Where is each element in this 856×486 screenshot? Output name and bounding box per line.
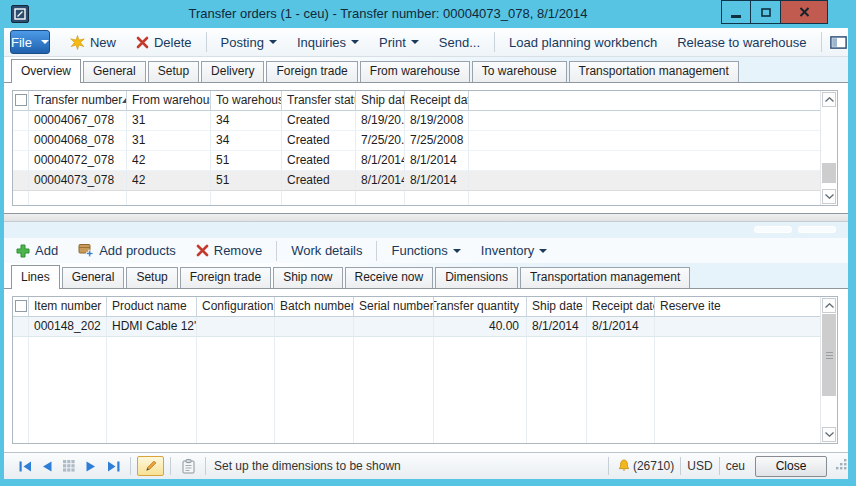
edit-record-toggle[interactable] xyxy=(137,456,164,476)
tab-to-warehouse[interactable]: To warehouse xyxy=(472,61,567,82)
splitter-handle[interactable] xyxy=(754,226,792,233)
notifications-button[interactable] xyxy=(615,456,633,476)
maximize-icon xyxy=(761,8,771,17)
column-header-receipt-date[interactable]: Receipt date xyxy=(405,91,469,111)
scroll-down-button[interactable] xyxy=(822,189,836,204)
column-header-configuration[interactable]: Configuration xyxy=(197,297,275,317)
delete-button[interactable]: Delete xyxy=(126,30,202,54)
column-header-transfer-status[interactable]: Transfer status xyxy=(282,91,356,111)
section-gap xyxy=(4,222,848,238)
scroll-up-button[interactable] xyxy=(822,92,836,107)
resize-grip[interactable] xyxy=(836,459,847,473)
column-header-from-warehouse[interactable]: From warehouse xyxy=(127,91,211,111)
column-header-ship-date[interactable]: Ship date xyxy=(356,91,405,111)
delete-label: Delete xyxy=(154,35,192,50)
lines-tab-dimensions[interactable]: Dimensions xyxy=(435,267,518,288)
splitter-handle[interactable] xyxy=(798,226,836,233)
lines-grid-scrollbar[interactable] xyxy=(820,297,837,443)
horizontal-splitter[interactable] xyxy=(4,213,848,222)
column-header-transfer-number[interactable]: Transfer number xyxy=(29,91,127,111)
tab-general[interactable]: General xyxy=(83,61,146,82)
tab-setup[interactable]: Setup xyxy=(148,61,199,82)
inquiries-menu[interactable]: Inquiries xyxy=(287,30,369,54)
add-products-icon xyxy=(78,243,94,258)
tab-from-warehouse[interactable]: From warehouse xyxy=(360,61,470,82)
grid-view-button[interactable] xyxy=(58,456,80,476)
tab-delivery[interactable]: Delivery xyxy=(201,61,264,82)
clipboard-icon xyxy=(182,459,195,474)
table-row[interactable]: 00004067_078 31 34 Created 8/19/20... 8/… xyxy=(13,111,820,131)
last-record-button[interactable] xyxy=(102,456,124,476)
table-row[interactable]: 00004068_078 31 34 Created 7/25/20... 7/… xyxy=(13,131,820,151)
file-menu-button[interactable]: File xyxy=(10,30,50,54)
release-to-warehouse-button[interactable]: Release to warehouse xyxy=(667,30,816,54)
lines-tab-receive-now[interactable]: Receive now xyxy=(345,267,434,288)
load-planning-workbench-button[interactable]: Load planning workbench xyxy=(499,30,667,54)
lines-tab-transportation-management[interactable]: Transportation management xyxy=(520,267,690,288)
lines-tab-general[interactable]: General xyxy=(62,267,125,288)
column-header-ship-date[interactable]: Ship date xyxy=(527,297,587,317)
posting-menu[interactable]: Posting xyxy=(211,30,287,54)
column-header-product-name[interactable]: Product name xyxy=(107,297,197,317)
lines-tabstrip: Lines General Setup Foreign trade Ship n… xyxy=(4,263,848,289)
lines-tab-setup[interactable]: Setup xyxy=(126,267,177,288)
column-header-filler xyxy=(469,91,820,111)
table-row-selected[interactable]: 000148_202 HDMI Cable 12' 40.00 8/1/2014… xyxy=(13,317,820,337)
statusbar-separator xyxy=(608,457,609,475)
send-button[interactable]: Send... xyxy=(429,30,490,54)
scroll-up-button[interactable] xyxy=(822,298,836,313)
first-record-button[interactable] xyxy=(14,456,36,476)
work-details-label: Work details xyxy=(291,243,362,258)
work-details-button[interactable]: Work details xyxy=(281,243,372,258)
lines-tab-ship-now[interactable]: Ship now xyxy=(273,267,342,288)
table-row-selected[interactable]: 00004073_078 42 51 Created 8/1/2014 8/1/… xyxy=(13,171,820,191)
chevron-down-icon xyxy=(351,40,359,44)
remove-line-button[interactable]: Remove xyxy=(186,243,272,258)
status-message: Set up the dimensions to be shown xyxy=(214,459,401,473)
select-all-checkbox[interactable] xyxy=(15,300,27,312)
column-header-receipt-date[interactable]: Receipt date xyxy=(587,297,655,317)
column-header-to-warehouse[interactable]: To warehouse xyxy=(211,91,282,111)
tab-transportation-management[interactable]: Transportation management xyxy=(569,61,739,82)
tab-overview[interactable]: Overview xyxy=(11,59,81,83)
tab-foreign-trade[interactable]: Foreign trade xyxy=(266,61,357,82)
add-line-button[interactable]: Add xyxy=(12,243,68,258)
currency-field[interactable]: USD xyxy=(687,459,712,473)
scroll-thumb[interactable] xyxy=(822,163,836,183)
select-all-checkbox[interactable] xyxy=(15,94,27,106)
next-record-button[interactable] xyxy=(80,456,102,476)
column-header-serial-number[interactable]: Serial number xyxy=(354,297,434,317)
table-row[interactable]: 00004072_078 42 51 Created 8/1/2014 8/1/… xyxy=(13,151,820,171)
company-field[interactable]: ceu xyxy=(726,459,745,473)
functions-label: Functions xyxy=(391,243,447,258)
scroll-down-button[interactable] xyxy=(822,427,836,442)
minimize-button[interactable] xyxy=(721,0,751,24)
orders-grid-scrollbar[interactable] xyxy=(820,91,837,205)
toggle-pane-button[interactable] xyxy=(826,32,852,52)
next-record-icon xyxy=(86,461,96,472)
column-header-transfer-quantity[interactable]: Transfer quantity xyxy=(434,297,527,317)
inventory-menu[interactable]: Inventory xyxy=(471,243,557,258)
close-button[interactable]: Close xyxy=(755,456,827,477)
overview-tab-page: Transfer number From warehouse To wareho… xyxy=(4,83,848,213)
lines-tab-foreign-trade[interactable]: Foreign trade xyxy=(180,267,271,288)
statusbar-separator xyxy=(719,457,720,475)
print-menu[interactable]: Print xyxy=(369,30,429,54)
previous-record-button[interactable] xyxy=(36,456,58,476)
paste-record-button[interactable] xyxy=(177,456,199,476)
toolbar-separator xyxy=(376,241,377,261)
notification-count[interactable]: (26710) xyxy=(633,459,674,473)
posting-label: Posting xyxy=(221,35,264,50)
column-header-reserve-items[interactable]: Reserve ite xyxy=(655,297,820,317)
column-header-item-number[interactable]: Item number xyxy=(29,297,107,317)
titlebar: Transfer orders (1 - ceu) - Transfer num… xyxy=(0,0,856,28)
add-label: Add xyxy=(35,243,58,258)
close-window-button[interactable] xyxy=(781,0,828,24)
new-button[interactable]: New xyxy=(60,30,126,54)
functions-menu[interactable]: Functions xyxy=(381,243,470,258)
scroll-thumb[interactable] xyxy=(822,314,836,396)
column-header-batch-number[interactable]: Batch number xyxy=(275,297,354,317)
maximize-button[interactable] xyxy=(751,0,781,24)
lines-tab-lines[interactable]: Lines xyxy=(11,265,60,289)
add-products-button[interactable]: Add products xyxy=(68,243,186,258)
